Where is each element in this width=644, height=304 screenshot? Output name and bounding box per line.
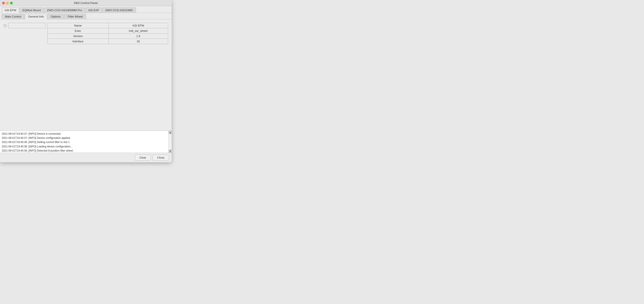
tab-options[interactable]: Options [48, 14, 64, 19]
tab-zwo-ccd-224[interactable]: ZWO CCD ASI224MC [102, 8, 136, 13]
field-version-value: 1.8 [108, 33, 168, 39]
table-row: Exec indi_asi_wheel [47, 28, 168, 33]
tab-main-control[interactable]: Main Control [2, 14, 24, 19]
log-line-2: 2021-09-01T19:40:36: [INFO] Setting curr… [2, 140, 170, 144]
log-line-4: 2021-09-01T19:40:36: [INFO] Detected 8-p… [2, 149, 170, 153]
field-interface-key: Interface [47, 39, 108, 44]
sub-tabs-bar: Main Control General Info Options Filter… [0, 13, 172, 19]
field-exec-value: indi_asi_wheel [108, 28, 168, 34]
driver-info-label: Driver Info [8, 23, 46, 28]
tab-asi-efw[interactable]: ASI EFW [2, 8, 19, 13]
field-name-key: Name [47, 23, 108, 28]
clear-button[interactable]: Clear [135, 155, 151, 161]
field-exec-key: Exec [47, 28, 108, 34]
window-title: INDI Control Panel [74, 1, 98, 5]
status-indicator [4, 24, 6, 27]
driver-info-label-box: Driver Info [8, 23, 46, 28]
scroll-up-arrow[interactable]: ▲ [169, 131, 172, 134]
log-content-area[interactable]: 2021-09-01T19:40:37: [INFO] Device is co… [0, 131, 172, 153]
tab-filter-wheel[interactable]: Filter Wheel [64, 14, 86, 19]
field-version-key: Version [47, 33, 108, 39]
field-interface-value: 16 [108, 39, 168, 44]
log-line-1: 2021-09-01T19:40:37: [INFO] Device confi… [2, 136, 170, 140]
log-scrollbar[interactable]: ▲ ▼ [168, 131, 172, 153]
tab-asi-eaf[interactable]: ASI EAF [85, 8, 102, 13]
log-section: 2021-09-01T19:40:37: [INFO] Device is co… [0, 131, 172, 153]
main-content-area: Driver Info Name ASI EFW Exec indi_asi_w… [0, 19, 172, 131]
minimize-button[interactable] [6, 2, 9, 5]
device-tabs-bar: ASI EFW EQMod Mount ZWO CCD ASI1600MM Pr… [0, 6, 172, 13]
window-controls [2, 2, 13, 5]
scroll-down-arrow[interactable]: ▼ [169, 149, 172, 153]
title-bar: INDI Control Panel [0, 0, 172, 6]
close-button[interactable]: Close [152, 155, 169, 161]
table-row: Interface 16 [47, 39, 168, 44]
driver-info-table: Name ASI EFW Exec indi_asi_wheel Version… [47, 23, 168, 44]
tab-general-info[interactable]: General Info [25, 14, 47, 19]
table-row: Name ASI EFW [47, 23, 168, 28]
driver-info-section: Driver Info Name ASI EFW Exec indi_asi_w… [4, 23, 168, 44]
close-window-button[interactable] [2, 2, 5, 5]
footer-bar: Clear Close [0, 153, 172, 162]
field-name-value: ASI EFW [108, 23, 168, 28]
table-row: Version 1.8 [47, 33, 168, 39]
tab-eqmod-mount[interactable]: EQMod Mount [20, 8, 44, 13]
log-line-0: 2021-09-01T19:40:37: [INFO] Device is co… [2, 132, 170, 136]
log-line-3: 2021-09-01T19:40:36: [INFO] Loading devi… [2, 144, 170, 149]
maximize-button[interactable] [10, 2, 13, 5]
tab-zwo-ccd-1600[interactable]: ZWO CCD ASI1600MM Pro [44, 8, 85, 13]
